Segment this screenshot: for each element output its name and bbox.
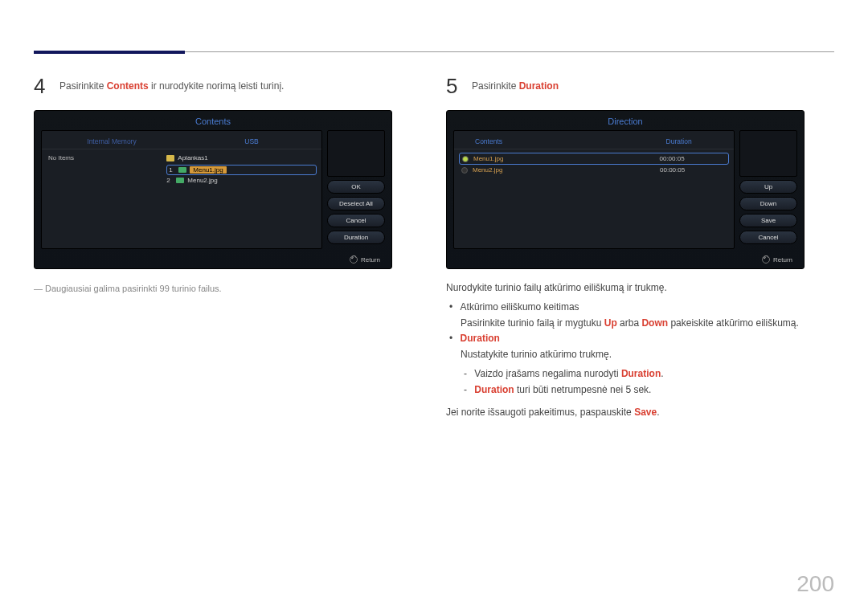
screen-title: Contents	[35, 111, 391, 130]
step5-intro: Nurodykite turinio failų atkūrimo eilišk…	[446, 280, 834, 296]
return-label[interactable]: Return	[762, 255, 792, 264]
screen-title: Direction	[447, 111, 804, 130]
radio-icon	[461, 167, 468, 174]
folder-icon	[166, 155, 174, 161]
duration-button[interactable]: Duration	[327, 231, 385, 244]
step4-text: Pasirinkite Contents ir nurodykite norim…	[59, 74, 284, 92]
preview-box	[739, 130, 797, 177]
row2-duration: 00:00:05	[618, 166, 727, 174]
return-icon	[762, 255, 770, 264]
playlist-row-2[interactable]: Menu2.jpg00:00:05	[459, 165, 729, 175]
step-number-5: 5	[446, 74, 461, 99]
li2-title: Duration	[461, 333, 500, 344]
li2s2-hl: Duration	[474, 384, 514, 395]
col-contents-header: Contents	[461, 137, 630, 145]
right-column: 5 Pasirinkite Duration Direction Content…	[446, 74, 834, 420]
no-items-label: No Items	[42, 149, 162, 239]
return-icon	[350, 255, 358, 264]
save-hl: Save	[634, 407, 657, 418]
step-number-4: 4	[34, 74, 48, 99]
save-after: .	[657, 407, 659, 418]
row1-duration: 00:00:05	[618, 155, 726, 162]
li-order-change: Atkūrimo eiliškumo keitimas Pasirinkite …	[461, 300, 834, 332]
li2-text: Nustatykite turinio atkūrimo trukmę.	[461, 349, 612, 360]
li2s2-after: turi būti netrumpesnė nei 5 sek.	[514, 384, 652, 395]
step4-note: Daugiausiai galima pasirinkti 99 turinio…	[34, 284, 422, 293]
folder-row[interactable]: Aplankas1	[166, 154, 317, 161]
file1-name: Menu1.jpg	[190, 166, 226, 174]
file-row-2[interactable]: 2Menu2.jpg	[166, 177, 317, 184]
li1-up: Up	[604, 317, 617, 329]
up-button[interactable]: Up	[739, 180, 797, 194]
file2-num: 2	[166, 177, 173, 184]
li1-before: Pasirinkite turinio failą ir mygtuku	[461, 317, 604, 329]
folder-name: Aplankas1	[178, 154, 207, 161]
col-duration-header: Duration	[630, 137, 727, 145]
contents-screen: Contents Internal Memory USB No Items Ap…	[34, 110, 392, 269]
file-row-1[interactable]: 1Menu1.jpg	[166, 165, 317, 175]
preview-box	[327, 130, 385, 177]
li2s1-hl: Duration	[621, 368, 661, 379]
direction-screen: Direction Contents Duration Menu1.jpg00:…	[446, 110, 805, 269]
image-icon	[176, 178, 184, 183]
cancel-button[interactable]: Cancel	[327, 214, 385, 227]
li2-sub1: Vaizdo įrašams negalima nurodyti Duratio…	[475, 366, 834, 382]
return-label[interactable]: Return	[350, 255, 380, 264]
li1-title: Atkūrimo eiliškumo keitimas	[461, 301, 579, 313]
step4-prefix: Pasirinkite	[59, 80, 107, 92]
image-icon	[178, 167, 186, 173]
radio-icon	[462, 156, 469, 162]
li1-after: pakeiskite atkūrimo eiliškumą.	[668, 317, 799, 329]
li-duration: Duration Nustatykite turinio atkūrimo tr…	[461, 331, 834, 398]
li2s1-before: Vaizdo įrašams negalima nurodyti	[474, 368, 621, 379]
left-column: 4 Pasirinkite Contents ir nurodykite nor…	[34, 74, 422, 420]
playlist-row-1[interactable]: Menu1.jpg00:00:05	[459, 153, 729, 165]
tab-usb[interactable]: USB	[182, 134, 321, 149]
step5-text: Pasirinkite Duration	[472, 74, 559, 92]
save-line: Jei norite išsaugoti pakeitimus, paspaus…	[446, 405, 834, 421]
return-text: Return	[773, 256, 792, 264]
li2s1-after: .	[661, 368, 663, 379]
file-browser-pane: Internal Memory USB No Items Aplankas1 1…	[41, 130, 322, 249]
file1-num: 1	[169, 166, 175, 174]
step5-prefix: Pasirinkite	[472, 80, 519, 92]
step4-suffix: ir nurodykite norimą leisti turinį.	[149, 80, 285, 92]
tab-internal-memory[interactable]: Internal Memory	[42, 134, 182, 149]
row2-name: Menu2.jpg	[473, 166, 613, 174]
row1-name: Menu1.jpg	[473, 155, 613, 162]
li1-down: Down	[641, 317, 668, 329]
li2-sub2: Duration turi būti netrumpesnė nei 5 sek…	[475, 382, 834, 398]
page-number: 200	[796, 571, 834, 597]
playlist-pane: Contents Duration Menu1.jpg00:00:05 Menu…	[453, 130, 735, 249]
cancel-button[interactable]: Cancel	[739, 231, 797, 244]
return-text: Return	[361, 256, 380, 264]
step5-highlight: Duration	[519, 80, 559, 92]
ok-button[interactable]: OK	[327, 180, 385, 194]
step4-highlight: Contents	[107, 80, 149, 92]
save-before: Jei norite išsaugoti pakeitimus, paspaus…	[446, 407, 634, 418]
save-button[interactable]: Save	[739, 214, 797, 227]
deselect-all-button[interactable]: Deselect All	[327, 197, 385, 210]
file2-name: Menu2.jpg	[187, 177, 217, 184]
down-button[interactable]: Down	[739, 197, 797, 210]
top-rule-accent	[34, 51, 185, 54]
li1-mid: arba	[617, 317, 642, 329]
